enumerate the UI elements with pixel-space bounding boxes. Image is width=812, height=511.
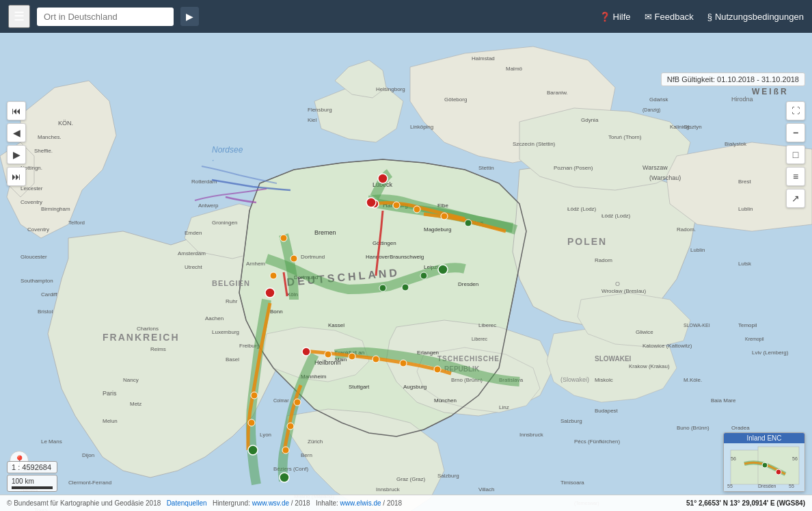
hintergrund-url-link[interactable]: www.wsv.de xyxy=(252,499,289,507)
svg-text:Baraniw.: Baraniw. xyxy=(547,90,568,96)
svg-point-151 xyxy=(325,351,331,358)
svg-text:Groningen: Groningen xyxy=(212,220,237,226)
svg-text:POLEN: POLEN xyxy=(567,236,607,247)
svg-point-141 xyxy=(465,220,472,226)
arrow-button[interactable]: ↗ xyxy=(786,189,805,208)
layers-button[interactable]: ≡ xyxy=(786,167,805,186)
svg-text:Zürich: Zürich xyxy=(308,438,323,445)
right-controls: ⛶ − □ ≡ ↗ xyxy=(786,101,805,208)
nutzungsbedingungen-link[interactable]: § Nutzungsbedingungen xyxy=(707,12,804,22)
svg-point-150 xyxy=(302,348,310,356)
svg-text:55: 55 xyxy=(727,484,733,488)
svg-text:O: O xyxy=(615,280,620,287)
svg-text:Salzburg: Salzburg xyxy=(560,418,582,424)
zoom-rect-button[interactable]: □ xyxy=(786,145,805,164)
zoom-in-button[interactable]: − xyxy=(786,123,805,142)
fullscreen-button[interactable]: ⛶ xyxy=(786,101,805,120)
svg-point-155 xyxy=(434,366,441,373)
svg-text:·: · xyxy=(212,155,214,165)
svg-text:Colmar: Colmar xyxy=(273,398,289,403)
svg-text:Nancy: Nancy xyxy=(123,377,139,383)
svg-text:Gliwice: Gliwice xyxy=(636,329,653,335)
svg-text:Bremen: Bremen xyxy=(314,229,336,236)
inland-enc-map-area: 55 55 Dresden 56 56 xyxy=(724,443,804,491)
nav-forward-button[interactable]: ▶ xyxy=(7,145,26,164)
svg-text:Magdeburg: Magdeburg xyxy=(424,226,451,233)
svg-text:Miskolc: Miskolc xyxy=(595,377,613,383)
location-button[interactable]: ▶ xyxy=(180,7,199,26)
svg-text:Radom.: Radom. xyxy=(677,226,696,233)
svg-point-147 xyxy=(270,272,277,279)
svg-text:SLOWA-KEI: SLOWA-KEI xyxy=(684,323,710,328)
svg-text:München: München xyxy=(434,397,457,404)
svg-text:Buno (Brünn): Buno (Brünn) xyxy=(677,425,709,431)
nav-skip-back-button[interactable]: ⏮ xyxy=(7,101,26,120)
svg-text:Augsburg: Augsburg xyxy=(403,384,427,390)
feedback-icon: ✉ xyxy=(645,12,652,22)
status-bar: © Bundesamt für Kartographie und Geodäsi… xyxy=(0,495,812,511)
nav-back-button[interactable]: ◀ xyxy=(7,123,26,142)
scale-box: 1 : 4592684 100 km xyxy=(7,461,57,492)
svg-text:Liberec: Liberec xyxy=(472,337,487,341)
svg-text:Luxemburg: Luxemburg xyxy=(212,329,239,335)
svg-text:56: 56 xyxy=(792,456,798,461)
hamburger-button[interactable]: ☰ xyxy=(8,5,30,28)
svg-text:Dortmund: Dortmund xyxy=(301,254,325,260)
svg-text:Dresden: Dresden xyxy=(758,484,776,488)
svg-text:Linz: Linz xyxy=(499,404,509,410)
scale-label: 100 km xyxy=(12,477,34,485)
inland-enc-minimap[interactable]: Inland ENC 55 55 Dresden 56 56 xyxy=(723,432,805,492)
svg-text:Warszaw: Warszaw xyxy=(642,164,668,171)
svg-text:Ruhr: Ruhr xyxy=(226,298,238,304)
inhalte-url-link[interactable]: www.elwis.de xyxy=(340,499,381,507)
svg-point-159 xyxy=(294,399,301,406)
svg-text:Graz (Graz): Graz (Graz) xyxy=(396,476,426,482)
svg-text:Basel: Basel xyxy=(226,356,239,363)
feedback-link[interactable]: ✉ Feedback xyxy=(645,12,694,22)
svg-text:Southampton: Southampton xyxy=(21,278,53,284)
svg-text:Cardiff: Cardiff xyxy=(41,291,57,298)
nav-skip-forward-button[interactable]: ⏭ xyxy=(7,167,26,186)
scale-bar-visual xyxy=(12,486,53,489)
svg-text:Villach: Villach xyxy=(478,486,494,493)
datenquellen-link[interactable]: Datenquellen xyxy=(167,499,207,507)
svg-text:Lyon: Lyon xyxy=(260,432,271,438)
svg-text:Göttingen: Göttingen xyxy=(373,240,396,246)
svg-text:Gdynia: Gdynia xyxy=(581,117,599,123)
scale-ratio: 1 : 4592684 xyxy=(7,461,57,473)
svg-text:Coventry: Coventry xyxy=(27,226,49,233)
hilfe-link[interactable]: ❓ Hilfe xyxy=(599,12,631,22)
hintergrund-label: Hintergrund: xyxy=(213,499,250,507)
hilfe-label: Hilfe xyxy=(613,12,631,22)
svg-text:Le Mans: Le Mans xyxy=(41,438,62,445)
svg-text:Flensburg: Flensburg xyxy=(308,107,332,113)
svg-text:Temopil: Temopil xyxy=(738,322,757,328)
svg-point-152 xyxy=(349,353,355,360)
copyright-text: © Bundesamt für Kartographie und Geodäsi… xyxy=(7,499,402,507)
svg-point-161 xyxy=(282,447,289,454)
svg-point-163 xyxy=(438,265,448,274)
svg-text:Łódź (Lodz): Łódź (Lodz) xyxy=(567,206,597,212)
svg-text:Helsingborg: Helsingborg xyxy=(376,86,405,92)
svg-text:Łódź (Lodz): Łódź (Lodz) xyxy=(601,213,631,219)
svg-text:Kremopil: Kremopil xyxy=(745,337,764,342)
svg-text:Coventry: Coventry xyxy=(21,199,42,205)
svg-text:Bonn: Bonn xyxy=(270,309,283,315)
svg-text:Arnhem: Arnhem xyxy=(246,261,265,267)
svg-point-139 xyxy=(414,206,420,213)
search-input[interactable] xyxy=(37,8,174,26)
svg-text:Wrocław (Breslau): Wrocław (Breslau) xyxy=(601,288,647,294)
svg-text:(Danzig): (Danzig) xyxy=(642,107,660,113)
svg-text:WEIßR: WEIßR xyxy=(752,87,789,96)
svg-text:M.Kóle.: M.Kóle. xyxy=(684,377,702,383)
svg-text:Lublin: Lublin xyxy=(690,247,705,253)
svg-text:Braunschweig: Braunschweig xyxy=(390,254,424,260)
svg-text:Birmingham: Birmingham xyxy=(41,206,70,212)
svg-text:Kiel: Kiel xyxy=(308,117,317,123)
svg-point-160 xyxy=(287,423,294,430)
map-container[interactable]: Nordsee · DEUTSCHLAND FRANKREICH POLEN O… xyxy=(0,33,812,511)
nutzung-icon: § xyxy=(707,12,712,22)
svg-text:Innsbruck: Innsbruck xyxy=(376,486,401,493)
svg-text:Innsbruck: Innsbruck xyxy=(519,432,544,438)
svg-text:Kalining.: Kalining. xyxy=(670,124,691,130)
